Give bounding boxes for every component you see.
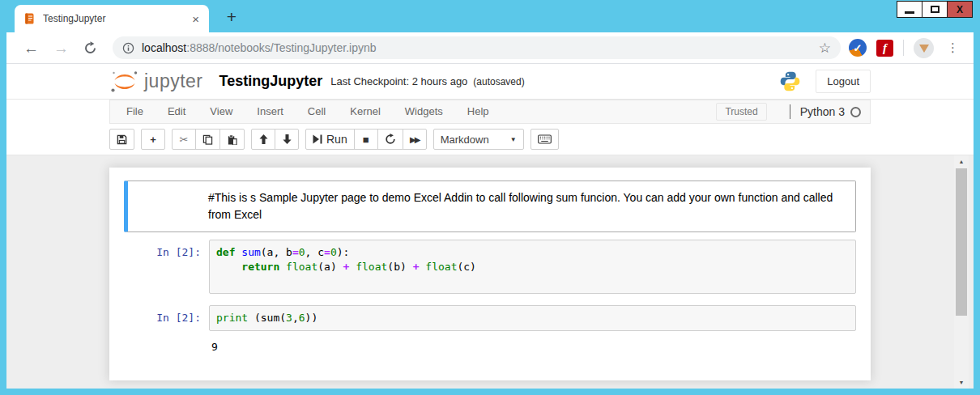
menu-insert[interactable]: Insert bbox=[245, 100, 296, 123]
bookmark-star-icon[interactable]: ☆ bbox=[819, 40, 831, 57]
code-cell[interactable]: In [2]: print (sum(3,6)) bbox=[124, 305, 856, 331]
browser-tab[interactable]: TestingJupyter × bbox=[15, 5, 209, 32]
code-cell[interactable]: In [2]: def sum(a, b=0, c=0): return flo… bbox=[124, 240, 856, 294]
run-icon bbox=[313, 134, 322, 144]
logout-button[interactable]: Logout bbox=[816, 70, 871, 93]
close-button[interactable]: X bbox=[947, 1, 973, 18]
scroll-down-icon[interactable]: ▼ bbox=[954, 376, 969, 389]
move-cell-down-button[interactable] bbox=[275, 129, 299, 150]
menubar: File Edit View Insert Cell Kernel Widget… bbox=[109, 100, 871, 124]
arrow-down-icon bbox=[283, 134, 292, 144]
tab-title: TestingJupyter bbox=[43, 13, 190, 24]
kernel-divider bbox=[790, 104, 790, 119]
code-input[interactable]: print (sum(3,6)) bbox=[209, 305, 856, 331]
edit-group: ✂ bbox=[172, 129, 245, 150]
window-controls: X bbox=[897, 1, 973, 18]
output-text: 9 bbox=[209, 336, 218, 353]
menu-help[interactable]: Help bbox=[455, 100, 501, 123]
profile-avatar[interactable] bbox=[914, 38, 934, 58]
autosave-status: (autosaved) bbox=[473, 76, 524, 87]
copy-icon bbox=[202, 134, 213, 145]
menu-cell[interactable]: Cell bbox=[296, 100, 338, 123]
notebook-site: #This is s Sample Jupyter page to demo E… bbox=[6, 155, 974, 389]
url-path: :8888/notebooks/TestingJupyter.ipynb bbox=[186, 41, 376, 54]
insert-cell-button[interactable]: + bbox=[141, 129, 165, 150]
plus-icon: + bbox=[150, 134, 156, 146]
flash-extension-icon[interactable]: f bbox=[876, 40, 893, 57]
info-icon[interactable] bbox=[122, 42, 134, 54]
back-icon[interactable]: ← bbox=[23, 40, 39, 56]
cut-button[interactable]: ✂ bbox=[172, 129, 196, 150]
code-input[interactable]: def sum(a, b=0, c=0): return float(a) + … bbox=[209, 240, 856, 294]
tab-close-icon[interactable]: × bbox=[190, 12, 201, 26]
move-group bbox=[251, 129, 299, 150]
paste-icon bbox=[227, 134, 237, 145]
menu-file[interactable]: File bbox=[114, 100, 156, 123]
notebook-title[interactable]: TestingJupyter bbox=[219, 73, 323, 90]
cell-type-dropdown[interactable]: Markdown ▼ bbox=[433, 129, 524, 150]
output-area: 9 bbox=[124, 336, 856, 353]
browser-window: TestingJupyter × + X ← → lo bbox=[0, 0, 980, 395]
fast-forward-icon: ▶▶ bbox=[410, 135, 419, 144]
menubar-row: File Edit View Insert Cell Kernel Widget… bbox=[6, 100, 974, 125]
extension-check-icon[interactable]: ✓ bbox=[849, 39, 867, 57]
move-cell-up-button[interactable] bbox=[251, 129, 275, 150]
browser-toolbar: ← → localhost:8888/notebooks/TestingJupy… bbox=[6, 32, 974, 64]
jupyter-logo-text[interactable]: jupyter bbox=[144, 70, 203, 92]
restart-kernel-button[interactable] bbox=[377, 129, 403, 150]
scroll-up-icon[interactable]: ▲ bbox=[954, 155, 969, 168]
minimize-button[interactable] bbox=[897, 1, 922, 18]
code-line: return float(a) + float(b) + float(c) bbox=[216, 260, 849, 274]
minimize-icon bbox=[905, 11, 914, 14]
new-tab-button[interactable]: + bbox=[220, 6, 243, 28]
extensions-area: ✓ f ⋮ bbox=[849, 38, 964, 58]
menu-kernel[interactable]: Kernel bbox=[338, 100, 393, 123]
notebook-container: #This is s Sample Jupyter page to demo E… bbox=[109, 168, 871, 380]
checkpoint-status: Last Checkpoint: 2 hours ago bbox=[330, 75, 467, 87]
command-palette-button[interactable] bbox=[530, 129, 559, 150]
menu-edit[interactable]: Edit bbox=[156, 100, 198, 123]
reload-icon[interactable] bbox=[83, 41, 97, 55]
scrollbar-thumb[interactable] bbox=[956, 168, 967, 316]
copy-button[interactable] bbox=[195, 129, 220, 150]
toolbar-divider bbox=[903, 40, 904, 56]
kernel-idle-icon bbox=[850, 107, 861, 117]
jupyter-header: jupyter TestingJupyter Last Checkpoint: … bbox=[6, 64, 974, 100]
cell-type-value: Markdown bbox=[441, 134, 489, 146]
url-host: localhost bbox=[142, 41, 186, 54]
address-bar[interactable]: localhost:8888/notebooks/TestingJupyter.… bbox=[113, 36, 841, 59]
maximize-button[interactable] bbox=[922, 1, 948, 18]
kernel-name: Python 3 bbox=[800, 105, 845, 118]
url-text[interactable]: localhost:8888/notebooks/TestingJupyter.… bbox=[142, 41, 377, 54]
chrome-menu-icon[interactable]: ⋮ bbox=[944, 40, 962, 55]
trusted-button[interactable]: Trusted bbox=[716, 103, 766, 121]
code-line: print (sum(3,6)) bbox=[216, 311, 849, 325]
stop-icon: ■ bbox=[363, 134, 369, 146]
input-prompt: In [2]: bbox=[124, 305, 209, 331]
browser-content: ← → localhost:8888/notebooks/TestingJupy… bbox=[6, 32, 974, 389]
jupyter-logo-icon[interactable] bbox=[109, 70, 140, 94]
paste-button[interactable] bbox=[219, 129, 245, 150]
run-label: Run bbox=[326, 133, 347, 146]
run-group: Run ■ ▶▶ bbox=[305, 129, 427, 150]
run-all-button[interactable]: ▶▶ bbox=[403, 129, 427, 150]
notebook-toolbar: + ✂ bbox=[6, 125, 974, 155]
code-line: def sum(a, b=0, c=0): bbox=[216, 245, 849, 260]
output-prompt bbox=[124, 336, 209, 353]
input-prompt: In [2]: bbox=[124, 240, 209, 294]
keyboard-icon bbox=[538, 134, 552, 144]
page-scrollbar[interactable]: ▲ ▼ bbox=[954, 155, 969, 389]
forward-icon[interactable]: → bbox=[53, 40, 69, 56]
interrupt-kernel-button[interactable]: ■ bbox=[354, 129, 378, 150]
save-icon bbox=[117, 134, 127, 145]
markdown-cell-selected[interactable]: #This is s Sample Jupyter page to demo E… bbox=[124, 181, 856, 232]
save-button[interactable] bbox=[109, 129, 134, 150]
menu-widgets[interactable]: Widgets bbox=[393, 100, 455, 123]
menubar-right: Trusted Python 3 bbox=[716, 103, 866, 121]
jupyter-book-favicon bbox=[23, 12, 36, 25]
menu-view[interactable]: View bbox=[198, 100, 245, 123]
python-logo-icon bbox=[779, 70, 801, 92]
restart-icon bbox=[385, 134, 396, 145]
chevron-down-icon: ▼ bbox=[510, 136, 517, 143]
run-button[interactable]: Run bbox=[305, 129, 355, 150]
